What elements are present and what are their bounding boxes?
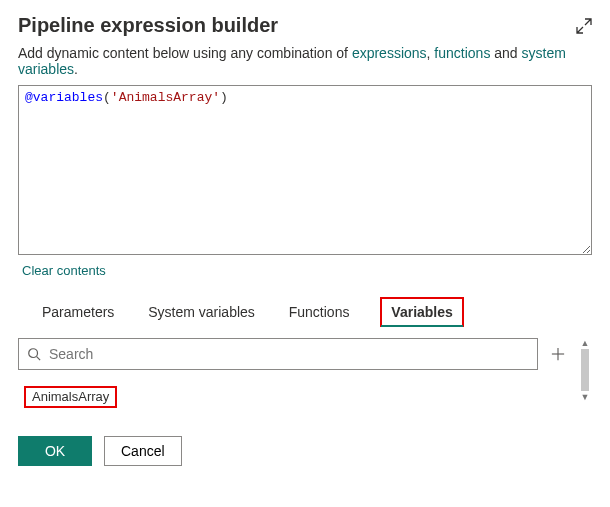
expressions-link[interactable]: expressions bbox=[352, 45, 427, 61]
ok-button[interactable]: OK bbox=[18, 436, 92, 466]
page-title: Pipeline expression builder bbox=[18, 14, 278, 37]
help-prefix: Add dynamic content below using any comb… bbox=[18, 45, 352, 61]
expand-icon[interactable] bbox=[576, 18, 592, 34]
scroll-down-icon[interactable]: ▼ bbox=[581, 392, 590, 402]
tab-variables[interactable]: Variables bbox=[381, 298, 463, 326]
svg-line-1 bbox=[37, 357, 41, 361]
variable-item-animalsarray[interactable]: AnimalsArray bbox=[24, 386, 117, 408]
clear-contents-link[interactable]: Clear contents bbox=[22, 263, 106, 278]
svg-point-0 bbox=[29, 349, 38, 358]
functions-link[interactable]: functions bbox=[434, 45, 490, 61]
cancel-button[interactable]: Cancel bbox=[104, 436, 182, 466]
scroll-thumb[interactable] bbox=[581, 349, 589, 391]
tab-functions[interactable]: Functions bbox=[287, 296, 352, 328]
search-box[interactable] bbox=[18, 338, 538, 370]
plus-icon bbox=[551, 347, 565, 361]
tab-bar: Parameters System variables Functions Va… bbox=[40, 296, 592, 328]
expression-editor[interactable]: @variables('AnimalsArray') bbox=[18, 85, 592, 255]
tab-system-variables[interactable]: System variables bbox=[146, 296, 257, 328]
add-button[interactable] bbox=[544, 340, 572, 368]
scroll-up-icon[interactable]: ▲ bbox=[581, 338, 590, 348]
search-icon bbox=[27, 347, 41, 361]
tab-parameters[interactable]: Parameters bbox=[40, 296, 116, 328]
scrollbar[interactable]: ▲ ▼ bbox=[578, 338, 592, 402]
search-input[interactable] bbox=[47, 345, 529, 363]
help-text: Add dynamic content below using any comb… bbox=[18, 45, 592, 77]
